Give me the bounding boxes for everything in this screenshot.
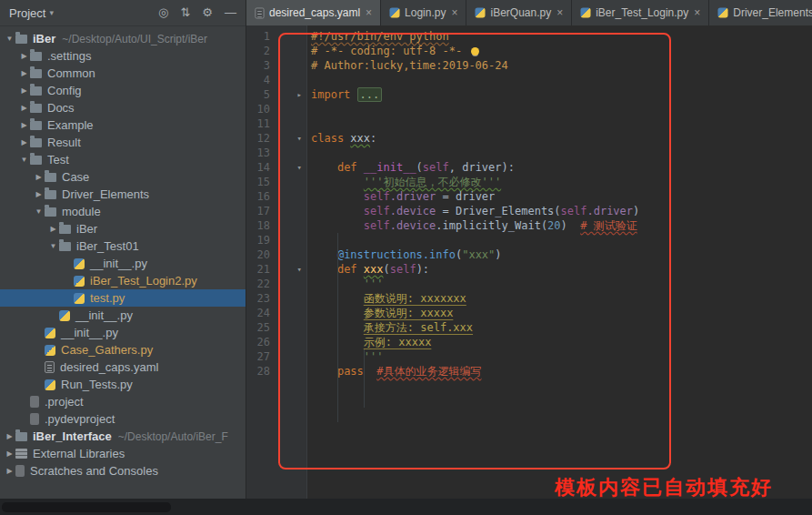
code-line[interactable]: def __init__(self, driver): [311, 160, 812, 175]
tree-item[interactable]: .project [0, 393, 246, 410]
project-panel-title[interactable]: Project [9, 6, 45, 20]
chevron-down-icon[interactable]: ▾ [49, 8, 54, 17]
tab-close-icon[interactable]: × [694, 6, 700, 19]
tree-item[interactable]: ▶.settings [0, 47, 246, 65]
line-number[interactable]: 21▾ [246, 262, 306, 277]
line-number[interactable]: 19 [246, 233, 306, 247]
code-line[interactable]: self.device.implicitly_Wait(20) # 测试验证 [311, 218, 812, 233]
expand-arrow-icon[interactable]: ▶ [18, 86, 30, 95]
line-number[interactable]: 1 [246, 29, 306, 44]
tree-item[interactable]: ▶iBer [0, 220, 246, 237]
tree-item[interactable]: ▶Example [0, 116, 246, 134]
tree-item[interactable]: .pydevproject [0, 410, 246, 428]
line-number[interactable]: 14▾ [246, 160, 306, 175]
code-line[interactable]: ''' [311, 349, 812, 364]
expand-arrow-icon[interactable]: ▶ [18, 69, 30, 77]
fold-arrow-icon[interactable]: ▾ [297, 160, 302, 175]
tree-item[interactable]: ▼module [0, 203, 246, 220]
tree-item[interactable]: desired_caps.yaml [0, 358, 246, 376]
line-number[interactable]: 28 [246, 364, 306, 379]
line-number[interactable]: 25 [246, 320, 306, 335]
code-line[interactable]: # Author:lucky,time:2019-06-24 [311, 58, 812, 73]
fold-arrow-icon[interactable]: ▾ [297, 262, 302, 277]
code-line[interactable] [311, 233, 812, 247]
expand-arrow-icon[interactable]: ▶ [4, 449, 15, 458]
tree-item[interactable]: Run_Tests.py [0, 376, 246, 393]
tab-close-icon[interactable]: × [451, 6, 457, 19]
code-line[interactable]: pass #具体的业务逻辑编写 [311, 364, 812, 379]
tree-item[interactable]: __init__.py [0, 307, 246, 324]
expand-arrow-icon[interactable]: ▶ [33, 173, 45, 181]
expand-arrow-icon[interactable]: ▼ [4, 35, 15, 43]
lightbulb-icon[interactable] [471, 47, 479, 56]
tree-item[interactable]: ▼iBer_Test01 [0, 237, 246, 255]
expand-arrow-icon[interactable]: ▶ [4, 432, 15, 440]
code-line[interactable] [311, 102, 812, 116]
editor-tab[interactable]: iBer_Test_Login.py× [572, 0, 709, 25]
code-line[interactable]: # -*- coding: utf-8 -*- [311, 44, 812, 58]
code-line[interactable]: 承接方法: self.xxx [311, 320, 812, 335]
code-line[interactable]: import ... [311, 87, 812, 102]
code-line[interactable]: ''' [311, 277, 812, 291]
expand-arrow-icon[interactable]: ▶ [4, 467, 15, 475]
expand-arrow-icon[interactable]: ▶ [18, 121, 30, 129]
scope-target-icon[interactable]: ◎ [158, 0, 168, 25]
tree-item[interactable]: ▶Common [0, 65, 246, 82]
hide-panel-icon[interactable]: — [225, 0, 236, 25]
line-number[interactable]: 5▸ [246, 87, 306, 102]
tree-item[interactable]: ▶Driver_Elements [0, 186, 246, 203]
code-line[interactable]: 参数说明: xxxxx [311, 306, 812, 320]
line-number[interactable]: 20 [246, 247, 306, 262]
expand-arrow-icon[interactable]: ▼ [47, 242, 59, 250]
fold-arrow-icon[interactable]: ▸ [297, 87, 302, 102]
tree-item[interactable]: ▶iBer_Interface~/Desktop/Auto/iBer_F [0, 428, 246, 445]
line-number[interactable]: 26 [246, 335, 306, 349]
editor-tab[interactable]: Driver_Elements.py× [709, 0, 812, 25]
expand-arrow-icon[interactable]: ▶ [47, 225, 59, 233]
tree-item[interactable]: ▶Config [0, 82, 246, 99]
expand-arrow-icon[interactable]: ▶ [18, 138, 30, 146]
line-number[interactable]: 27 [246, 349, 306, 364]
code-line[interactable]: 示例: xxxxx [311, 335, 812, 349]
line-number[interactable]: 15 [246, 175, 306, 189]
code-line[interactable]: self.device = Driver_Elements(self.drive… [311, 204, 812, 218]
line-number[interactable]: 17 [246, 204, 306, 218]
expand-arrow-icon[interactable]: ▶ [18, 104, 30, 112]
tree-item[interactable]: ▼iBer~/Desktop/Auto/UI_Script/iBer [0, 30, 246, 47]
code-line[interactable]: def xxx(self): [311, 262, 812, 277]
tree-item[interactable]: ▶Scratches and Consoles [0, 462, 246, 480]
line-number[interactable]: 18 [246, 218, 306, 233]
editor-tab[interactable]: desired_caps.yaml× [246, 0, 381, 25]
line-number[interactable]: 11 [246, 116, 306, 131]
tab-close-icon[interactable]: × [366, 6, 372, 19]
code-line[interactable]: 函数说明: xxxxxxx [311, 291, 812, 306]
gear-icon[interactable]: ⚙ [202, 0, 213, 25]
tab-close-icon[interactable]: × [556, 6, 563, 19]
expand-arrow-icon[interactable]: ▶ [18, 52, 30, 60]
tree-item[interactable]: ▶Case [0, 168, 246, 186]
expand-arrow-icon[interactable]: ▼ [33, 207, 45, 216]
bottom-scrollbar-thumb[interactable] [2, 502, 171, 512]
code-area[interactable]: #!/usr/bin/env python# -*- coding: utf-8… [307, 25, 812, 515]
line-number[interactable]: 16 [246, 189, 306, 204]
tree-item[interactable]: iBer_Test_Login2.py [0, 272, 246, 289]
line-number[interactable]: 23 [246, 291, 306, 306]
code-line[interactable] [311, 73, 812, 87]
editor-tab[interactable]: Login.py× [381, 0, 466, 25]
tree-item[interactable]: ▶Docs [0, 99, 246, 116]
code-line[interactable]: '''初始信息，不必修改''' [311, 175, 812, 189]
tree-item[interactable]: Case_Gathers.py [0, 341, 246, 358]
line-number[interactable]: 10 [246, 102, 306, 116]
code-line[interactable]: self.driver = driver [311, 189, 812, 204]
filter-sort-icon[interactable]: ⇅ [180, 0, 190, 25]
line-number[interactable]: 12▾ [246, 131, 306, 146]
tree-item[interactable]: ▶Result [0, 134, 246, 151]
fold-arrow-icon[interactable]: ▾ [297, 131, 302, 146]
line-number[interactable]: 24 [246, 306, 306, 320]
code-line[interactable]: class xxx: [311, 131, 812, 146]
tree-item[interactable]: ▼Test [0, 151, 246, 168]
line-number[interactable]: 13 [246, 146, 306, 160]
code-line[interactable]: #!/usr/bin/env python [311, 29, 812, 44]
expand-arrow-icon[interactable]: ▼ [18, 156, 30, 164]
line-number[interactable]: 3 [246, 58, 306, 73]
